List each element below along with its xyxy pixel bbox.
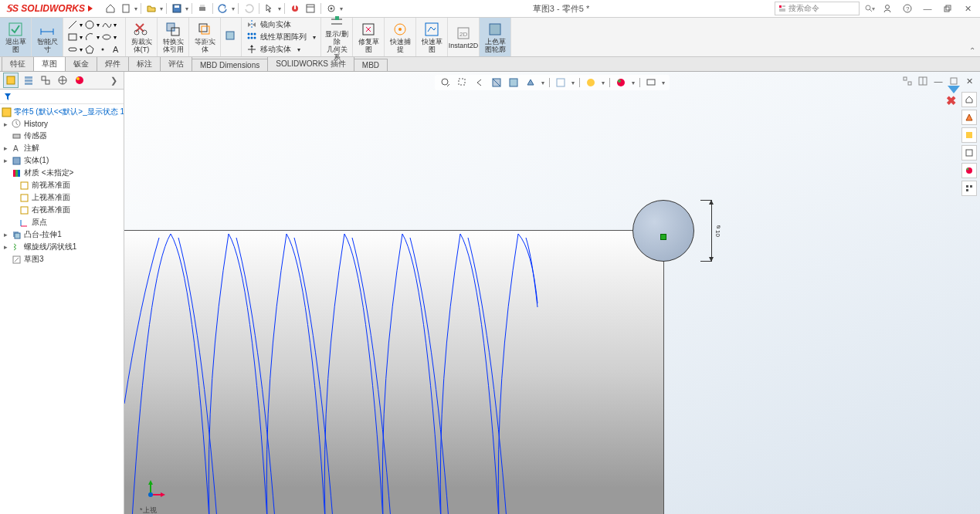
- smart-dimension-button[interactable]: 智能尺 寸: [32, 18, 63, 56]
- offset-surface-button[interactable]: [221, 18, 242, 56]
- instant2d-button[interactable]: 2DInstant2D: [448, 18, 480, 56]
- slot-tool[interactable]: [66, 43, 79, 56]
- print-icon[interactable]: [195, 2, 209, 15]
- svg-point-113: [967, 168, 969, 171]
- confirm-cancel-icon[interactable]: ✖: [946, 93, 960, 107]
- exit-sketch-button[interactable]: 退出草 图: [0, 18, 32, 56]
- convert-button[interactable]: 转换实 体引用: [158, 18, 189, 56]
- spline-tool[interactable]: [100, 19, 113, 31]
- view-orient-icon[interactable]: [507, 76, 520, 89]
- text-tool[interactable]: A: [110, 43, 122, 56]
- options-icon[interactable]: [303, 2, 317, 15]
- tree-sketch3[interactable]: 草图3: [0, 253, 124, 265]
- search-icon[interactable]: ▾: [864, 3, 875, 14]
- select-icon[interactable]: [263, 2, 276, 15]
- tree-helix[interactable]: ▸螺旋线/涡状线1: [0, 241, 124, 253]
- polygon-tool[interactable]: [83, 43, 96, 56]
- relations-button[interactable]: 显示/删除 几何关系: [321, 18, 353, 56]
- view-settings-icon[interactable]: [645, 76, 657, 89]
- tree-origin[interactable]: 原点: [0, 216, 124, 228]
- section-icon[interactable]: [490, 76, 503, 89]
- ribbon: 退出草 图 智能尺 寸 ▾ ▾ ▾ ▾ ▾ ▾ ▾ A 剪裁实 体(T) 转换实…: [0, 18, 980, 57]
- point-tool[interactable]: [97, 43, 109, 56]
- tree-right-plane[interactable]: 右视基准面: [0, 204, 124, 216]
- mirror-item[interactable]: 镜向实体: [245, 19, 317, 31]
- ellipse-tool[interactable]: [100, 31, 113, 43]
- taskpane-props-icon[interactable]: [961, 127, 977, 143]
- property-tab-icon[interactable]: [22, 73, 36, 87]
- taskpane-custom-icon[interactable]: [961, 181, 977, 196]
- diameter-dimension[interactable]: ⌀10: [700, 200, 716, 262]
- offset-button[interactable]: 等距实 体: [189, 18, 221, 56]
- save-icon[interactable]: [170, 2, 184, 15]
- sketch-origin-icon: [660, 234, 666, 240]
- quick-sketch-button[interactable]: 快速草 图: [416, 18, 448, 56]
- config-tab-icon[interactable]: [39, 73, 53, 87]
- quick-snap-button[interactable]: 快速捕 捉: [385, 18, 416, 56]
- panel-expand-icon[interactable]: ❯: [107, 76, 120, 86]
- shaded-contour-button[interactable]: 上色草 图轮廓: [480, 18, 511, 56]
- scene-icon[interactable]: [585, 76, 597, 89]
- tab-weldment[interactable]: 焊件: [97, 56, 129, 71]
- appearance-tab-icon[interactable]: [73, 73, 86, 87]
- minimize-button[interactable]: —: [920, 2, 935, 15]
- svg-rect-28: [69, 34, 76, 40]
- tree-solid-bodies[interactable]: ▸实体(1): [0, 154, 124, 167]
- arc-tool[interactable]: [83, 31, 96, 43]
- tree-filter-bar[interactable]: [0, 90, 124, 104]
- move-item[interactable]: 移动实体▾: [245, 43, 317, 56]
- hide-show-icon[interactable]: [554, 76, 567, 89]
- tab-mbd[interactable]: MBD: [354, 59, 388, 71]
- confirm-arrow-icon[interactable]: [948, 86, 960, 93]
- rect-tool[interactable]: [66, 31, 79, 43]
- tab-sketch[interactable]: 草图: [33, 56, 66, 71]
- taskpane-home-icon[interactable]: [961, 92, 977, 107]
- tree-annotations[interactable]: ▸A注解: [0, 142, 124, 154]
- tree-root[interactable]: 零件5 (默认<<默认>_显示状态 1>): [0, 106, 124, 118]
- search-command-box[interactable]: 搜索命令: [775, 2, 860, 15]
- feature-tree-tab-icon[interactable]: [3, 73, 19, 88]
- tree-material[interactable]: 材质 <未指定>: [0, 167, 124, 179]
- undo-icon[interactable]: [216, 2, 230, 15]
- viewport-close-icon[interactable]: ✕: [963, 75, 975, 87]
- open-icon[interactable]: [144, 2, 158, 15]
- tab-annotate[interactable]: 标注: [128, 56, 161, 71]
- tab-sheetmetal[interactable]: 钣金: [65, 56, 97, 71]
- repair-button[interactable]: 修复草 图: [353, 18, 385, 56]
- tree-top-plane[interactable]: 上视基准面: [0, 191, 124, 204]
- viewport-min-icon[interactable]: —: [932, 75, 944, 87]
- tab-features[interactable]: 特征: [2, 56, 34, 71]
- prev-view-icon[interactable]: [473, 76, 486, 89]
- home-icon[interactable]: [103, 2, 117, 15]
- taskpane-appear-icon[interactable]: [961, 163, 977, 178]
- tree-history[interactable]: ▸History: [0, 118, 124, 130]
- restore-button[interactable]: [940, 2, 955, 15]
- trim-button[interactable]: 剪裁实 体(T): [126, 18, 158, 56]
- redo-icon[interactable]: [242, 2, 256, 15]
- graphics-viewport[interactable]: ⌀10 *上视 ▾ ▾ ▾ ▾ ▾ —: [124, 72, 980, 514]
- dimxpert-tab-icon[interactable]: [56, 73, 70, 87]
- taskpane-view-icon[interactable]: [961, 145, 977, 161]
- taskpane-design-icon[interactable]: [961, 110, 977, 125]
- zoom-fit-icon[interactable]: [439, 76, 452, 89]
- close-button[interactable]: ✕: [960, 2, 975, 15]
- ribbon-collapse-button[interactable]: ⌃: [969, 46, 975, 55]
- pattern-item[interactable]: 线性草图阵列▾: [245, 31, 317, 43]
- viewport-split-icon[interactable]: [917, 75, 929, 87]
- tree-extrude[interactable]: ▸凸台-拉伸1: [0, 228, 124, 241]
- tab-evaluate[interactable]: 评估: [160, 56, 192, 71]
- zoom-area-icon[interactable]: [456, 76, 469, 89]
- new-icon[interactable]: [119, 2, 133, 15]
- line-tool[interactable]: [66, 19, 79, 31]
- tab-mbd-dim[interactable]: MBD Dimensions: [192, 59, 268, 71]
- help-icon[interactable]: ?: [900, 2, 915, 15]
- tree-front-plane[interactable]: 前视基准面: [0, 179, 124, 191]
- rebuild-icon[interactable]: [288, 2, 302, 15]
- circle-tool[interactable]: [83, 19, 96, 31]
- sketch-circle[interactable]: [632, 200, 694, 262]
- appearance-icon[interactable]: [615, 76, 627, 89]
- display-style-icon[interactable]: [524, 76, 537, 89]
- user-icon[interactable]: [880, 2, 895, 15]
- viewport-link-icon[interactable]: [901, 75, 914, 87]
- tree-sensors[interactable]: 传感器: [0, 130, 124, 142]
